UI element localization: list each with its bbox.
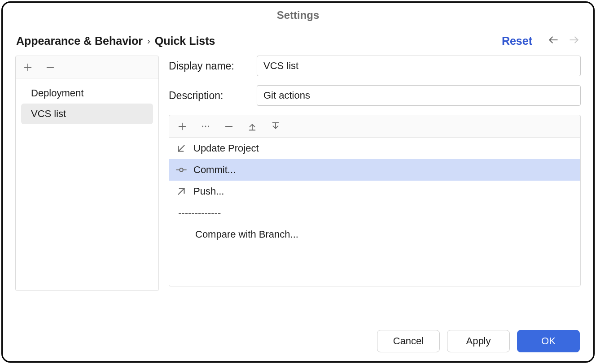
- action-item-compare-branch[interactable]: Compare with Branch...: [169, 224, 580, 245]
- action-item-commit[interactable]: Commit...: [169, 159, 580, 181]
- action-label: Compare with Branch...: [175, 229, 298, 240]
- dialog-footer: Cancel Apply OK: [377, 330, 580, 352]
- move-up-button[interactable]: [246, 121, 258, 132]
- display-name-input[interactable]: [257, 56, 581, 76]
- svg-point-9: [208, 126, 209, 127]
- content-row: Deployment VCS list Display name: Descri…: [3, 56, 593, 361]
- header-row: Appearance & Behavior › Quick Lists Rese…: [3, 26, 593, 56]
- add-separator-button[interactable]: [200, 121, 211, 132]
- action-label: Commit...: [193, 164, 236, 176]
- actions-toolbar: [169, 115, 580, 138]
- remove-list-button[interactable]: [44, 61, 56, 73]
- description-input[interactable]: [257, 85, 581, 106]
- remove-action-button[interactable]: [223, 121, 235, 132]
- action-label: Update Project: [193, 143, 259, 154]
- action-item-update-project[interactable]: Update Project: [169, 138, 580, 159]
- detail-panel: Display name: Description:: [169, 56, 581, 361]
- description-row: Description:: [169, 85, 581, 106]
- action-label: Push...: [193, 186, 224, 197]
- separator-label: -------------: [175, 207, 221, 219]
- list-item[interactable]: Deployment: [21, 83, 153, 104]
- action-item-push[interactable]: Push...: [169, 181, 580, 202]
- reset-link[interactable]: Reset: [502, 35, 532, 48]
- action-separator[interactable]: -------------: [169, 202, 580, 224]
- quick-lists-toolbar: [16, 56, 158, 78]
- arrow-up-right-icon: [175, 186, 187, 197]
- settings-window: Settings Appearance & Behavior › Quick L…: [1, 1, 595, 363]
- back-button[interactable]: [548, 34, 559, 48]
- quick-lists-panel: Deployment VCS list: [15, 56, 159, 291]
- chevron-right-icon: ›: [147, 36, 150, 46]
- arrow-down-left-icon: [175, 143, 187, 154]
- breadcrumb-current: Quick Lists: [155, 35, 215, 48]
- actions-panel: Update Project Commit... Push...: [169, 115, 581, 286]
- commit-icon: [175, 164, 187, 176]
- nav-arrows: [548, 34, 580, 48]
- svg-point-16: [180, 168, 183, 172]
- add-action-button[interactable]: [176, 121, 188, 132]
- move-down-button[interactable]: [270, 121, 281, 132]
- svg-line-19: [179, 189, 184, 195]
- window-title: Settings: [3, 3, 593, 26]
- add-list-button[interactable]: [22, 61, 34, 73]
- cancel-button[interactable]: Cancel: [377, 330, 440, 352]
- svg-line-15: [179, 146, 184, 152]
- display-name-row: Display name:: [169, 56, 581, 76]
- svg-point-7: [202, 126, 203, 127]
- forward-button[interactable]: [568, 34, 580, 48]
- breadcrumb: Appearance & Behavior › Quick Lists: [16, 35, 498, 48]
- display-name-label: Display name:: [169, 60, 250, 72]
- ok-button[interactable]: OK: [517, 330, 580, 352]
- description-label: Description:: [169, 90, 250, 102]
- breadcrumb-parent[interactable]: Appearance & Behavior: [16, 35, 143, 48]
- quick-lists-body: Deployment VCS list: [16, 78, 158, 290]
- svg-point-8: [205, 126, 206, 127]
- list-item[interactable]: VCS list: [21, 104, 153, 124]
- apply-button[interactable]: Apply: [447, 330, 510, 352]
- actions-body: Update Project Commit... Push...: [169, 138, 580, 286]
